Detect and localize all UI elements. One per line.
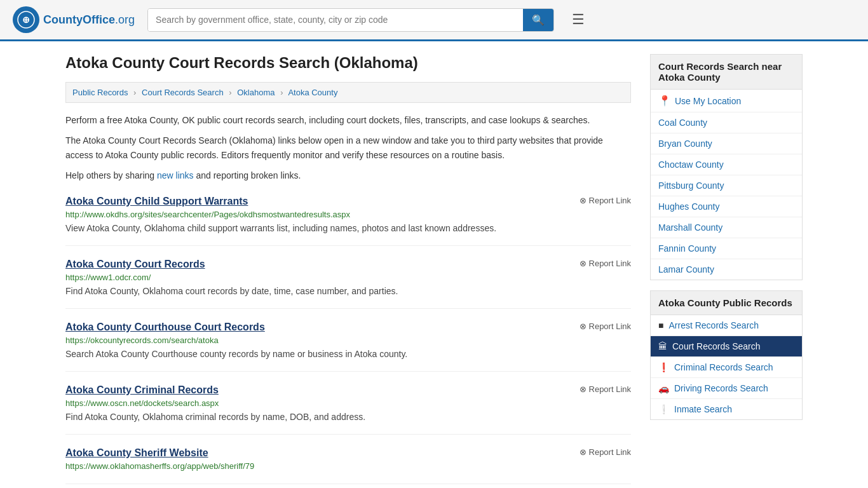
result-title[interactable]: Atoka County Criminal Records	[65, 384, 219, 396]
sidebar-records-title: Atoka County Public Records	[650, 290, 803, 315]
location-pin-icon: 📍	[658, 95, 671, 107]
report-link[interactable]: ⊗ Report Link	[580, 322, 631, 331]
breadcrumb-oklahoma[interactable]: Oklahoma	[237, 88, 275, 97]
page-title: Atoka County Court Records Search (Oklah…	[65, 54, 631, 72]
result-item: Atoka County Court Records ⊗ Report Link…	[65, 259, 631, 309]
sidebar-item-lamar-county[interactable]: Lamar County	[651, 259, 802, 280]
sidebar-record-arrest[interactable]: ■ Arrest Records Search	[651, 315, 802, 336]
report-link[interactable]: ⊗ Report Link	[580, 259, 631, 268]
result-title[interactable]: Atoka County Court Records	[65, 259, 205, 270]
court-icon: 🏛	[658, 341, 667, 351]
content-area: Atoka County Court Records Search (Oklah…	[65, 54, 631, 484]
breadcrumb-court-records[interactable]: Court Records Search	[142, 88, 224, 97]
use-my-location-link[interactable]: Use My Location	[675, 96, 741, 106]
breadcrumb-atoka-county[interactable]: Atoka County	[288, 88, 337, 97]
result-desc: Find Atoka County, Oklahoma court record…	[65, 285, 631, 298]
sidebar-record-inmate[interactable]: ❕ Inmate Search	[651, 399, 802, 419]
sidebar-item-choctaw-county[interactable]: Choctaw County	[651, 154, 802, 175]
desc1: Perform a free Atoka County, OK public c…	[65, 113, 631, 127]
breadcrumb-public-records[interactable]: Public Records	[72, 88, 128, 97]
driving-icon: 🚗	[658, 383, 669, 393]
sidebar-use-location[interactable]: 📍 Use My Location	[651, 90, 802, 112]
result-url[interactable]: https://www.oscn.net/dockets/search.aspx	[65, 398, 631, 408]
sidebar-item-pittsburg-county[interactable]: Pittsburg County	[651, 175, 802, 196]
result-title[interactable]: Atoka County Courthouse Court Records	[65, 322, 265, 333]
search-bar: 🔍	[147, 8, 554, 32]
result-url[interactable]: https://okcountyrecords.com/search/atoka	[65, 336, 631, 345]
result-item: Atoka County Sheriff Website ⊗ Report Li…	[65, 447, 631, 484]
header: ⊕ CountyOffice.org 🔍 ☰	[0, 0, 868, 41]
sidebar-item-hughes-county[interactable]: Hughes County	[651, 196, 802, 217]
desc2: The Atoka County Court Records Search (O…	[65, 133, 631, 162]
menu-button[interactable]: ☰	[572, 11, 585, 28]
result-url[interactable]: http://www.okdhs.org/sites/searchcenter/…	[65, 210, 631, 219]
logo[interactable]: ⊕ CountyOffice.org	[13, 6, 135, 33]
svg-text:⊕: ⊕	[22, 15, 30, 25]
sidebar-near-title: Court Records Search near Atoka County	[650, 54, 803, 90]
sidebar-item-fannin-county[interactable]: Fannin County	[651, 238, 802, 259]
logo-icon: ⊕	[13, 6, 39, 33]
report-link[interactable]: ⊗ Report Link	[580, 196, 631, 205]
logo-text: CountyOffice.org	[43, 13, 135, 27]
result-desc: Search Atoka County Courthouse county re…	[65, 348, 631, 361]
sidebar-item-coal-county[interactable]: Coal County	[651, 112, 802, 133]
result-item: Atoka County Criminal Records ⊗ Report L…	[65, 384, 631, 435]
criminal-icon: ❗	[658, 362, 669, 372]
new-links[interactable]: new links	[157, 170, 194, 180]
result-url[interactable]: https://www.oklahomasherffs.org/app/web/…	[65, 461, 631, 471]
result-title[interactable]: Atoka County Child Support Warrants	[65, 196, 248, 207]
sidebar-item-marshall-county[interactable]: Marshall County	[651, 217, 802, 238]
report-link[interactable]: ⊗ Report Link	[580, 384, 631, 394]
report-link[interactable]: ⊗ Report Link	[580, 447, 631, 457]
sidebar-near-list: 📍 Use My Location Coal County Bryan Coun…	[650, 90, 803, 280]
desc3: Help others by sharing new links and rep…	[65, 168, 631, 182]
result-item: Atoka County Courthouse Court Records ⊗ …	[65, 322, 631, 372]
search-input[interactable]	[148, 9, 523, 31]
result-title[interactable]: Atoka County Sheriff Website	[65, 447, 208, 459]
sidebar-item-bryan-county[interactable]: Bryan County	[651, 133, 802, 154]
result-desc: View Atoka County, Oklahoma child suppor…	[65, 222, 631, 235]
search-button[interactable]: 🔍	[523, 9, 553, 31]
main-container: Atoka County Court Records Search (Oklah…	[53, 41, 815, 488]
sidebar-record-driving[interactable]: 🚗 Driving Records Search	[651, 378, 802, 399]
result-url[interactable]: https://www1.odcr.com/	[65, 273, 631, 282]
breadcrumb: Public Records › Court Records Search › …	[65, 82, 631, 103]
arrest-icon: ■	[658, 320, 663, 330]
sidebar: Court Records Search near Atoka County 📍…	[650, 54, 803, 484]
result-desc: Find Atoka County, Oklahoma criminal rec…	[65, 410, 631, 424]
sidebar-record-court[interactable]: 🏛 Court Records Search	[651, 336, 802, 357]
sidebar-record-criminal[interactable]: ❗ Criminal Records Search	[651, 357, 802, 378]
sidebar-records-list: ■ Arrest Records Search 🏛 Court Records …	[650, 315, 803, 420]
result-item: Atoka County Child Support Warrants ⊗ Re…	[65, 196, 631, 246]
inmate-icon: ❕	[658, 404, 669, 414]
